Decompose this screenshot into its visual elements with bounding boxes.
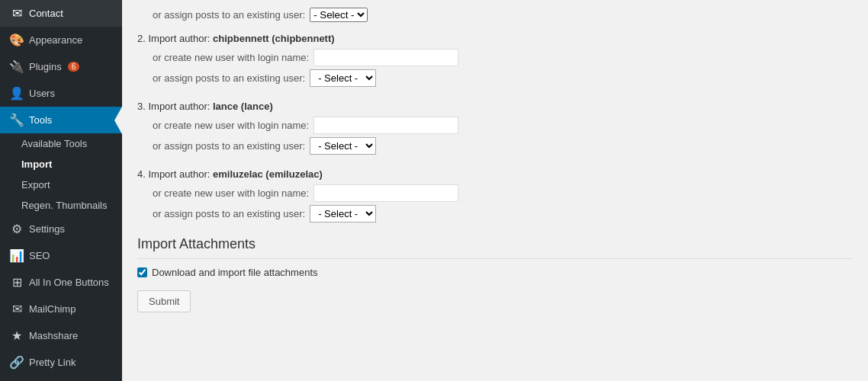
assign-label-3: or assign posts to an existing user: (153, 140, 305, 152)
login-label-3: or create new user with login name: (153, 120, 309, 131)
author-number-2: 2. Import author: (137, 33, 213, 44)
sidebar-item-all-in-one-buttons[interactable]: ⊞ All In One Buttons (0, 269, 122, 296)
import-row-2: 2. Import author: chipbennett (chipbenne… (137, 33, 853, 87)
sidebar-item-settings[interactable]: ⚙ Settings (0, 216, 122, 242)
pretty-link-icon: 🔗 (9, 355, 24, 370)
sidebar-item-users[interactable]: 👤 Users (0, 80, 122, 107)
login-field-row-2: or create new user with login name: (137, 49, 853, 66)
import-row-4: 4. Import author: emiluzelac (emiluzelac… (137, 168, 853, 223)
mailchimp-icon: ✉ (9, 302, 24, 316)
sidebar-item-plugins[interactable]: 🔌 Plugins 6 (0, 53, 122, 80)
login-label-2: or create new user with login name: (153, 52, 309, 63)
login-input-4[interactable] (313, 184, 458, 202)
assign-field-row-3: or assign posts to an existing user: - S… (137, 137, 853, 155)
assign-select-4[interactable]: - Select - (310, 205, 376, 223)
sidebar-item-label: Pretty Link (29, 357, 76, 368)
submit-button[interactable]: Submit (137, 290, 191, 312)
download-attachments-checkbox[interactable] (137, 267, 147, 277)
author-line-3: 3. Import author: lance (lance) (137, 101, 853, 112)
partial-top-row: or assign posts to an existing user: - S… (137, 8, 853, 22)
sidebar-item-label: Appearance (29, 34, 82, 46)
checkbox-row: Download and import file attachments (137, 267, 853, 278)
login-input-2[interactable] (313, 49, 458, 66)
author-name-2: chipbennett (chipbennett) (213, 33, 335, 44)
appearance-icon: 🎨 (9, 33, 24, 47)
sidebar-item-label: All In One Buttons (29, 277, 109, 288)
sidebar-item-label: Settings (29, 223, 65, 235)
partial-select[interactable]: - Select - (310, 8, 368, 22)
sidebar-item-label: Contact (29, 8, 63, 19)
author-name-4: emiluzelac (emiluzelac) (213, 168, 323, 180)
sidebar-item-pretty-link[interactable]: 🔗 Pretty Link (0, 349, 122, 376)
author-name-3: lance (lance) (213, 101, 273, 112)
tools-icon: 🔧 (9, 113, 24, 127)
author-number-3: 3. Import author: (137, 101, 213, 112)
sidebar-item-label: Users (29, 88, 55, 99)
submenu-item-import[interactable]: Import (0, 154, 122, 174)
section-title: Import Attachments (137, 236, 853, 259)
sidebar-item-tools[interactable]: 🔧 Tools (0, 107, 122, 133)
login-label-4: or create new user with login name: (153, 187, 309, 199)
assign-label-4: or assign posts to an existing user: (153, 208, 305, 219)
assign-field-row-4: or assign posts to an existing user: - S… (137, 205, 853, 223)
submenu-item-regen-thumbnails[interactable]: Regen. Thumbnails (0, 195, 122, 216)
users-icon: 👤 (9, 86, 24, 101)
checkbox-label: Download and import file attachments (152, 267, 318, 278)
sidebar-item-seo[interactable]: 📊 SEO (0, 242, 122, 269)
tools-arrow (114, 107, 122, 134)
sidebar-item-contact[interactable]: ✉ Contact (0, 0, 122, 27)
settings-icon: ⚙ (9, 222, 24, 236)
sidebar-item-label: MailChimp (29, 303, 76, 315)
sidebar-item-mashshare[interactable]: ★ Mashshare (0, 322, 122, 349)
sidebar-item-label: Plugins (29, 61, 62, 72)
author-line-4: 4. Import author: emiluzelac (emiluzelac… (137, 168, 853, 180)
assign-field-row-2: or assign posts to an existing user: - S… (137, 69, 853, 87)
import-row-3: 3. Import author: lance (lance) or creat… (137, 101, 853, 155)
submenu-item-export[interactable]: Export (0, 174, 122, 195)
sidebar-item-mailchimp[interactable]: ✉ MailChimp (0, 296, 122, 322)
sidebar-item-appearance[interactable]: 🎨 Appearance (0, 27, 122, 53)
partial-assign-label: or assign posts to an existing user: (153, 9, 305, 21)
submenu-item-available-tools[interactable]: Available Tools (0, 133, 122, 154)
main-content: or assign posts to an existing user: - S… (122, 0, 868, 381)
sidebar-item-label: Mashshare (29, 330, 78, 341)
login-field-row-4: or create new user with login name: (137, 184, 853, 202)
all-in-one-buttons-icon: ⊞ (9, 275, 24, 290)
assign-label-2: or assign posts to an existing user: (153, 72, 305, 84)
assign-select-3[interactable]: - Select - (310, 137, 376, 155)
content-area: or assign posts to an existing user: - S… (122, 0, 868, 328)
sidebar-item-label: SEO (29, 250, 50, 261)
assign-select-2[interactable]: - Select - (310, 69, 376, 87)
sidebar: ✉ Contact 🎨 Appearance 🔌 Plugins 6 👤 Use… (0, 0, 122, 381)
plugins-icon: 🔌 (9, 59, 24, 74)
author-line-2: 2. Import author: chipbennett (chipbenne… (137, 33, 853, 44)
seo-icon: 📊 (9, 248, 24, 263)
login-field-row-3: or create new user with login name: (137, 117, 853, 134)
author-number-4: 4. Import author: (137, 168, 213, 180)
sidebar-item-label: Tools (29, 114, 52, 126)
mashshare-icon: ★ (9, 328, 24, 343)
plugins-badge: 6 (68, 62, 80, 72)
contact-icon: ✉ (9, 6, 24, 21)
login-input-3[interactable] (313, 117, 458, 134)
